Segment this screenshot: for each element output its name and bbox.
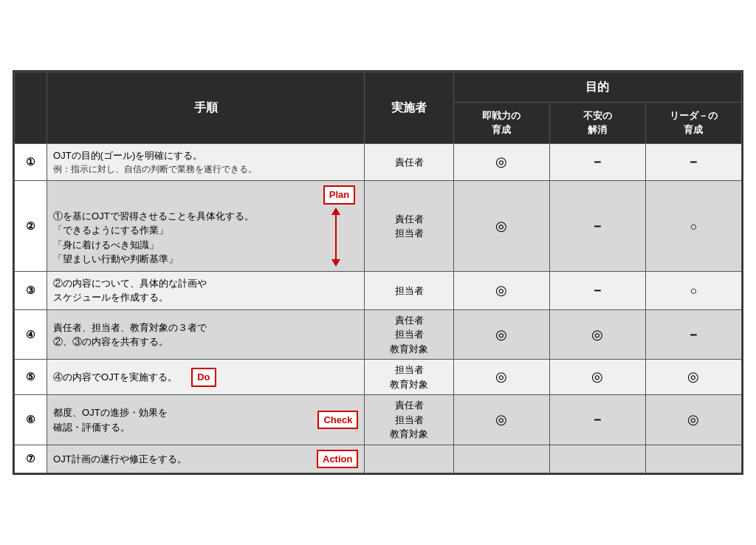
row-mark-a-1: ◎: [453, 143, 549, 181]
action-badge: Action: [317, 450, 358, 469]
row-impl-4: 責任者 担当者 教育対象: [365, 309, 453, 360]
step-sub-2a: 「できるようにする作業」: [53, 224, 168, 236]
row-mark-c-4: －: [645, 309, 741, 360]
row-impl-6: 責任者 担当者 教育対象: [365, 395, 453, 445]
arrow-line: [335, 215, 337, 259]
step-text-6: 都度、OJTの進捗・効果を確認・評価する。: [53, 405, 168, 434]
table-row: ⑦ OJT計画の遂行や修正をする。 Action: [15, 445, 742, 473]
row-impl-5: 担当者 教育対象: [365, 360, 453, 395]
row-impl-2: 責任者 担当者: [365, 181, 453, 272]
row-num-7: ⑦: [15, 445, 47, 473]
step-sub-2b: 「身に着けるべき知識」: [53, 239, 159, 250]
table-row: ⑥ 都度、OJTの進捗・効果を確認・評価する。 Check 責任者 担当者 教育…: [15, 395, 742, 445]
row-step-6: 都度、OJTの進捗・効果を確認・評価する。 Check: [47, 395, 365, 445]
step-text-2: ①を基にOJTで習得させることを具体化する。: [53, 210, 254, 222]
row-impl-1: 責任者: [365, 143, 453, 181]
row-mark-b-2: －: [549, 181, 645, 272]
check-badge: Check: [317, 411, 358, 430]
step-text-3: ②の内容について、具体的な計画やスケジュールを作成する。: [53, 278, 207, 304]
row-mark-a-4: ◎: [453, 309, 549, 360]
header-mokuteki: 目的: [453, 72, 741, 102]
row-mark-c-6: ◎: [645, 395, 741, 445]
header-impl: 実施者: [365, 72, 453, 143]
step-text-5: ④の内容でOJTを実施する。: [53, 371, 177, 383]
table-row: ③ ②の内容について、具体的な計画やスケジュールを作成する。 担当者 ◎ － ○: [15, 271, 742, 309]
step-text-7: OJT計画の遂行や修正をする。: [53, 452, 187, 467]
row-mark-c-2: ○: [645, 181, 741, 272]
table-row: ④ 責任者、担当者、教育対象の３者で②、③の内容を共有する。 責任者 担当者 教…: [15, 309, 742, 360]
header-num: [15, 72, 47, 143]
row-mark-c-3: ○: [645, 271, 741, 309]
row-mark-a-3: ◎: [453, 271, 549, 309]
row-mark-a-7: [453, 445, 549, 473]
row-mark-b-3: －: [549, 271, 645, 309]
row-mark-b-4: ◎: [549, 309, 645, 360]
row-step-7: OJT計画の遂行や修正をする。 Action: [47, 445, 365, 473]
step-text-4: 責任者、担当者、教育対象の３者で②、③の内容を共有する。: [53, 322, 207, 348]
row-num-6: ⑥: [15, 395, 47, 445]
row-impl-3: 担当者: [365, 271, 453, 309]
row-step-3: ②の内容について、具体的な計画やスケジュールを作成する。: [47, 271, 365, 309]
step-content-2: ①を基にOJTで習得させることを具体化する。 「できるようにする作業」 「身に着…: [53, 209, 254, 267]
row-mark-c-7: [645, 445, 741, 473]
step-sub-2c: 「望ましい行動や判断基準」: [53, 253, 178, 264]
row-num-2: ②: [15, 181, 47, 272]
header-step: 手順: [47, 72, 365, 143]
arrow-head-up-icon: [331, 208, 340, 215]
table-row: ① OJTの目的(ゴール)を明確にする。 例：指示に対し、自信の判断で業務を遂行…: [15, 143, 742, 181]
plan-arrow: [331, 208, 340, 267]
plan-arrow-area: Plan: [314, 185, 358, 267]
header-sub-c: リーダ－の 育成: [645, 102, 741, 143]
row-mark-c-5: ◎: [645, 360, 741, 395]
row-num-1: ①: [15, 143, 47, 181]
row-mark-a-2: ◎: [453, 181, 549, 272]
row-mark-a-5: ◎: [453, 360, 549, 395]
main-table-wrapper: 手順 実施者 目的 即戦力の 育成 不安の 解消 リーダ－の 育成 ① OJTの…: [13, 70, 743, 476]
step-text-1: OJTの目的(ゴール)を明確にする。: [53, 150, 202, 161]
arrow-head-down-icon: [331, 259, 340, 267]
row-num-4: ④: [15, 309, 47, 360]
row-mark-b-6: －: [549, 395, 645, 445]
do-badge: Do: [191, 368, 216, 387]
row-step-2: ①を基にOJTで習得させることを具体化する。 「できるようにする作業」 「身に着…: [47, 181, 365, 272]
step-sub-1: 例：指示に対し、自信の判断で業務を遂行できる。: [53, 162, 358, 176]
row-step-4: 責任者、担当者、教育対象の３者で②、③の内容を共有する。: [47, 309, 365, 360]
row-mark-b-7: [549, 445, 645, 473]
row-mark-a-6: ◎: [453, 395, 549, 445]
table-row: ② ①を基にOJTで習得させることを具体化する。 「できるようにする作業」 「身…: [15, 181, 742, 272]
row-mark-b-1: －: [549, 143, 645, 181]
row-num-3: ③: [15, 271, 47, 309]
table-row: ⑤ ④の内容でOJTを実施する。 Do 担当者 教育対象 ◎ ◎ ◎: [15, 360, 742, 395]
header-row-1: 手順 実施者 目的: [15, 72, 742, 102]
row-mark-c-1: －: [645, 143, 741, 181]
row-step-5: ④の内容でOJTを実施する。 Do: [47, 360, 365, 395]
header-sub-b: 不安の 解消: [549, 102, 645, 143]
row-mark-b-5: ◎: [549, 360, 645, 395]
plan-badge: Plan: [323, 185, 355, 205]
row-num-5: ⑤: [15, 360, 47, 395]
row-impl-7: [365, 445, 453, 473]
row-step-1: OJTの目的(ゴール)を明確にする。 例：指示に対し、自信の判断で業務を遂行でき…: [47, 143, 365, 181]
header-sub-a: 即戦力の 育成: [453, 102, 549, 143]
